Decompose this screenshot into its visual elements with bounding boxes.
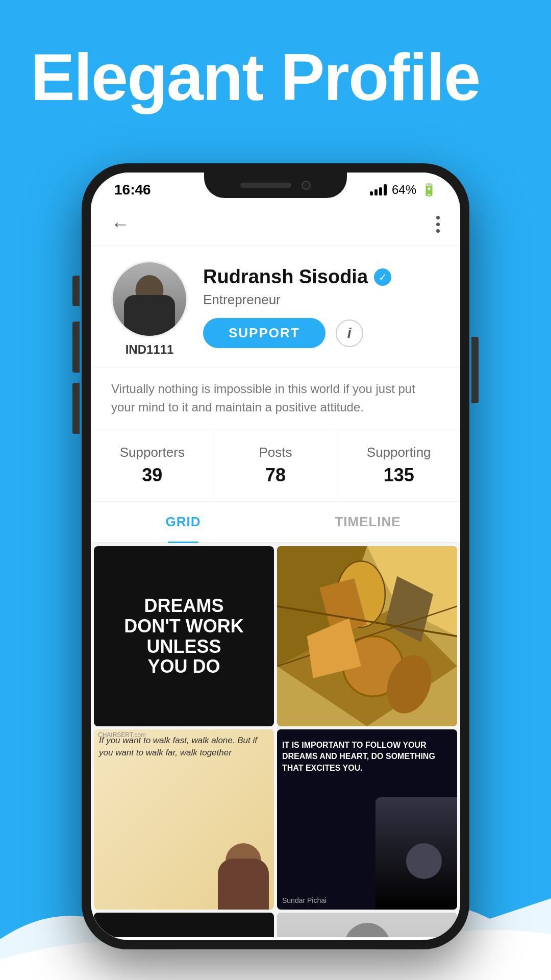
power-button — [471, 337, 479, 403]
posts-value: 78 — [265, 464, 286, 486]
back-button[interactable]: ← — [111, 213, 130, 235]
picasso-artwork — [277, 546, 457, 726]
post-item[interactable] — [277, 546, 457, 726]
volume-down-button — [72, 383, 80, 434]
supporters-label: Supporters — [120, 445, 185, 460]
avatar-image — [113, 262, 186, 336]
avatar-container: IND1111 — [111, 261, 188, 357]
supporting-label: Supporting — [367, 445, 431, 460]
bio-text: Virtually nothing is impossible in this … — [111, 380, 440, 416]
post-text: IT IS IMPORTANT TO FOLLOW YOUR DREAMS AN… — [282, 740, 452, 774]
bio-section: Virtually nothing is impossible in this … — [91, 368, 460, 429]
post-item[interactable]: DREAMSDON'T WORKUNLESSYOU DO — [94, 546, 274, 726]
profile-name: Rudransh Sisodia — [203, 266, 368, 288]
supporting-value: 135 — [384, 464, 414, 486]
more-menu-button[interactable] — [436, 216, 440, 233]
app-header: ← — [91, 203, 460, 246]
phone-notch — [204, 173, 347, 198]
notch-speaker — [240, 183, 291, 188]
supporting-stat[interactable]: Supporting 135 — [337, 429, 460, 501]
post-item[interactable]: If you want to walk fast, walk alone. Bu… — [94, 729, 274, 910]
posts-label: Posts — [259, 445, 292, 460]
post-item[interactable]: IT IS IMPORTANT TO FOLLOW YOUR DREAMS AN… — [277, 729, 457, 910]
profile-role: Entrepreneur — [203, 292, 440, 308]
post-text: DREAMSDON'T WORKUNLESSYOU DO — [114, 585, 254, 687]
hero-title: Elegant Profile — [31, 41, 480, 114]
battery-indicator: 64% — [392, 183, 416, 197]
supporters-value: 39 — [142, 464, 162, 486]
battery-icon: 🔋 — [421, 183, 437, 197]
profile-actions: SUPPORT i — [203, 318, 440, 348]
posts-grid: DREAMSDON'T WORKUNLESSYOU DO — [91, 543, 460, 937]
user-id: IND1111 — [126, 342, 174, 357]
info-button[interactable]: i — [336, 320, 363, 347]
profile-top: IND1111 Rudransh Sisodia ✓ Entrepreneur … — [111, 261, 440, 357]
post-attribution: Sundar Pichai — [282, 896, 327, 904]
post-item[interactable]: WHEN SOMETHING IS IMPORTANT ENOUGH, YOU … — [94, 913, 274, 937]
tab-grid[interactable]: GRID — [91, 502, 276, 542]
status-right: 64% 🔋 — [370, 183, 437, 197]
tab-timeline[interactable]: TIMELINE — [276, 502, 460, 542]
phone-frame: 16:46 64% 🔋 ← — [82, 163, 469, 949]
support-button[interactable]: SUPPORT — [203, 318, 325, 348]
status-time: 16:46 — [114, 182, 151, 198]
stats-section: Supporters 39 Posts 78 Supporting 135 — [91, 429, 460, 502]
volume-up-button — [72, 322, 80, 373]
profile-info: Rudransh Sisodia ✓ Entrepreneur SUPPORT … — [203, 261, 440, 348]
posts-stat[interactable]: Posts 78 — [214, 429, 338, 501]
notch-camera — [302, 181, 311, 190]
signal-icon — [370, 184, 387, 195]
post-item[interactable] — [277, 913, 457, 937]
profile-section: IND1111 Rudransh Sisodia ✓ Entrepreneur … — [91, 246, 460, 368]
avatar[interactable] — [111, 261, 188, 337]
tabs-section: GRID TIMELINE — [91, 502, 460, 543]
app-screen: ← — [91, 203, 460, 937]
volume-mute-button — [72, 276, 80, 306]
verified-badge: ✓ — [374, 268, 391, 286]
profile-name-row: Rudransh Sisodia ✓ — [203, 266, 440, 288]
supporters-stat[interactable]: Supporters 39 — [91, 429, 214, 501]
